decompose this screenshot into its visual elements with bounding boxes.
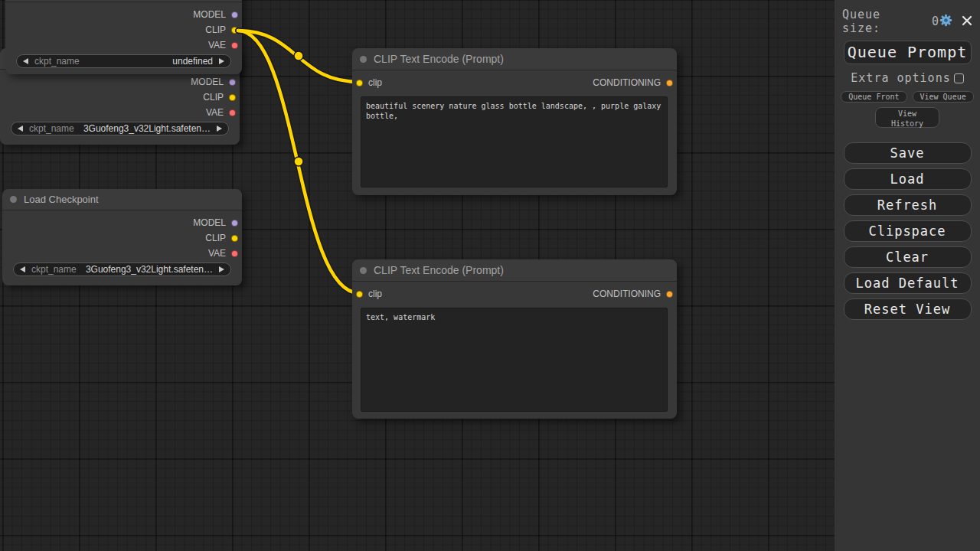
- prev-value-icon[interactable]: [23, 58, 28, 64]
- output-slot-model: MODEL: [193, 9, 226, 20]
- clipspace-button[interactable]: Clipspace: [844, 220, 972, 242]
- clip-link-outline: [238, 31, 359, 82]
- model-slot-icon[interactable]: [231, 11, 238, 18]
- node-graph-canvas[interactable]: MODEL CLIP VAE ckpt_name 3Guofeng3_v32Li…: [0, 0, 835, 551]
- view-history-line2: History: [891, 119, 923, 128]
- extra-options-row: Extra options: [835, 71, 980, 85]
- input-slot-clip: clip: [368, 77, 382, 88]
- node-title: CLIP Text Encode (Prompt): [374, 53, 504, 65]
- clip-input-icon[interactable]: [356, 291, 363, 298]
- collapse-dot-icon[interactable]: [10, 196, 17, 203]
- clip-slot-icon[interactable]: [231, 27, 238, 34]
- model-slot-icon[interactable]: [231, 220, 238, 227]
- link-midpoint-dot[interactable]: [294, 157, 303, 166]
- next-value-icon[interactable]: [219, 58, 224, 64]
- view-queue-button[interactable]: View Queue: [913, 91, 974, 103]
- comfy-menu: Queue size: 0 Queue Prompt Extra options: [835, 0, 980, 551]
- node-clip-text-encode-negative[interactable]: CLIP Text Encode (Prompt) clip CONDITION…: [352, 259, 677, 419]
- prev-value-icon[interactable]: [18, 126, 23, 132]
- widget-value: undefined: [172, 56, 213, 67]
- node-title-bar[interactable]: Load Checkpoint: [2, 189, 242, 210]
- widget-label: ckpt_name: [29, 123, 74, 134]
- view-history-button[interactable]: ViewHistory: [875, 107, 939, 128]
- collapse-dot-icon[interactable]: [360, 267, 367, 274]
- output-slot-vae: VAE: [206, 107, 224, 118]
- node-clip-text-encode-positive[interactable]: CLIP Text Encode (Prompt) clip CONDITION…: [352, 48, 677, 195]
- clip-link-positive[interactable]: [238, 31, 359, 82]
- next-value-icon[interactable]: [217, 126, 222, 132]
- ckpt-name-widget[interactable]: ckpt_name 3Guofeng3_v32Light.safeten…: [11, 122, 229, 135]
- ckpt-name-widget[interactable]: ckpt_name undefined: [16, 54, 231, 68]
- queue-size-label: Queue size:: [842, 8, 925, 35]
- reset-view-button[interactable]: Reset View: [844, 298, 972, 320]
- queue-size-row: Queue size: 0: [835, 0, 980, 35]
- output-slot-model: MODEL: [193, 217, 226, 228]
- link-midpoint-dot[interactable]: [294, 51, 303, 60]
- clear-button[interactable]: Clear: [844, 246, 972, 268]
- positive-prompt-textarea[interactable]: beautiful scenery nature glass bottle la…: [361, 96, 668, 187]
- output-slot-vae: VAE: [208, 248, 226, 259]
- output-slot-clip: CLIP: [203, 92, 224, 103]
- collapse-dot-icon[interactable]: [360, 56, 367, 63]
- queue-front-button[interactable]: Queue Front: [841, 91, 906, 103]
- widget-label: ckpt_name: [34, 56, 80, 67]
- clip-input-icon[interactable]: [356, 80, 363, 86]
- output-slot-model: MODEL: [191, 77, 224, 87]
- load-default-button[interactable]: Load Default: [844, 272, 972, 294]
- node-title: Load Checkpoint: [24, 194, 99, 205]
- clip-slot-icon[interactable]: [231, 235, 238, 242]
- output-slot-conditioning: CONDITIONING: [593, 289, 661, 299]
- vae-slot-icon[interactable]: [229, 109, 236, 116]
- model-slot-icon[interactable]: [229, 79, 236, 86]
- conditioning-slot-icon[interactable]: [666, 291, 673, 298]
- clip-link-negative[interactable]: [238, 31, 359, 293]
- load-button[interactable]: Load: [844, 168, 972, 190]
- extra-options-label: Extra options: [851, 71, 950, 85]
- view-history-line1: View: [898, 109, 916, 118]
- widget-label: ckpt_name: [31, 264, 77, 275]
- queue-prompt-button[interactable]: Queue Prompt: [844, 41, 972, 64]
- settings-gear-icon[interactable]: [939, 14, 952, 30]
- input-slot-clip: clip: [368, 289, 382, 299]
- negative-prompt-textarea[interactable]: text, watermark: [361, 308, 668, 412]
- output-slot-vae: VAE: [208, 40, 226, 51]
- clip-slot-icon[interactable]: [229, 94, 236, 101]
- vae-slot-icon[interactable]: [231, 250, 238, 257]
- conditioning-slot-icon[interactable]: [666, 80, 673, 86]
- node-title: CLIP Text Encode (Prompt): [374, 264, 504, 276]
- output-slot-conditioning: CONDITIONING: [593, 77, 661, 88]
- output-slot-clip: CLIP: [205, 233, 226, 243]
- node-load-checkpoint[interactable]: Load Checkpoint MODEL CLIP VAE ckpt_name…: [2, 189, 242, 285]
- prev-value-icon[interactable]: [20, 266, 25, 272]
- queue-size-value: 0: [932, 15, 939, 28]
- vae-slot-icon[interactable]: [231, 42, 238, 49]
- output-slot-clip: CLIP: [205, 24, 226, 35]
- node-checkpoint-1[interactable]: MODEL CLIP VAE ckpt_name undefined: [5, 0, 242, 74]
- node-title-bar[interactable]: CLIP Text Encode (Prompt): [352, 48, 677, 70]
- refresh-button[interactable]: Refresh: [844, 194, 972, 216]
- widget-value: 3Guofeng3_v32Light.safeten…: [86, 264, 213, 275]
- widget-value: 3Guofeng3_v32Light.safeten…: [83, 123, 211, 134]
- close-menu-icon[interactable]: [962, 15, 972, 29]
- clip-link-outline: [238, 31, 359, 293]
- save-button[interactable]: Save: [844, 142, 972, 164]
- ckpt-name-widget[interactable]: ckpt_name 3Guofeng3_v32Light.safeten…: [13, 262, 231, 276]
- extra-options-checkbox[interactable]: [954, 73, 964, 83]
- next-value-icon[interactable]: [219, 266, 224, 272]
- node-title-bar[interactable]: CLIP Text Encode (Prompt): [352, 259, 677, 282]
